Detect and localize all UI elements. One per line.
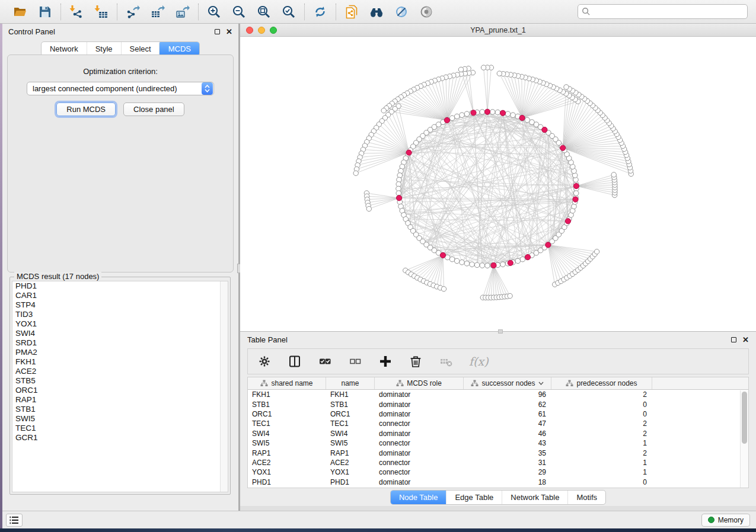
- table-row[interactable]: FKH1FKH1dominator962: [248, 390, 748, 399]
- network-node[interactable]: [474, 262, 480, 268]
- table-row[interactable]: PHD1PHD1dominator180: [248, 477, 748, 487]
- mcds-list-item[interactable]: RAP1: [12, 395, 228, 405]
- network-graph[interactable]: [240, 37, 756, 331]
- select-all-icon[interactable]: [318, 354, 332, 368]
- table-row[interactable]: TEC1TEC1connector472: [248, 419, 748, 428]
- mcds-dominator-node[interactable]: [573, 197, 578, 202]
- network-node[interactable]: [480, 110, 485, 115]
- mcds-dominator-node[interactable]: [406, 150, 412, 155]
- mcds-list-item[interactable]: STP4: [12, 300, 228, 310]
- close-panel-icon[interactable]: ✕: [742, 337, 749, 342]
- import-network-icon[interactable]: [68, 4, 85, 20]
- mcds-dominator-node[interactable]: [519, 115, 525, 120]
- network-node[interactable]: [594, 249, 599, 254]
- close-panel-button[interactable]: Close panel: [123, 102, 184, 116]
- mcds-list-item[interactable]: FKH1: [12, 357, 228, 367]
- add-column-icon[interactable]: [378, 354, 393, 368]
- network-node[interactable]: [485, 263, 490, 268]
- mcds-dominator-node[interactable]: [560, 145, 566, 150]
- show-columns-icon[interactable]: [288, 354, 302, 368]
- criterion-dropdown[interactable]: largest connected component (undirected): [27, 82, 214, 95]
- network-node[interactable]: [525, 117, 530, 123]
- mcds-dominator-node[interactable]: [440, 252, 445, 258]
- mcds-dominator-node[interactable]: [573, 183, 579, 188]
- float-window-icon[interactable]: [731, 337, 736, 342]
- network-node[interactable]: [611, 172, 616, 177]
- mcds-list-item[interactable]: PMA2: [12, 348, 228, 357]
- table-settings-gear-icon[interactable]: [257, 354, 272, 368]
- float-window-icon[interactable]: [215, 29, 220, 34]
- table-row[interactable]: SWI5SWI5connector431: [248, 438, 748, 448]
- network-node[interactable]: [381, 108, 386, 113]
- network-node[interactable]: [511, 113, 516, 118]
- mcds-dominator-node[interactable]: [484, 109, 490, 114]
- network-node[interactable]: [520, 257, 525, 262]
- mcds-list-item[interactable]: SWI5: [12, 414, 228, 424]
- network-node[interactable]: [460, 113, 465, 118]
- table-row[interactable]: SWI4SWI4dominator462: [248, 429, 748, 438]
- tab-style[interactable]: Style: [87, 42, 121, 56]
- table-row[interactable]: YOX1YOX1connector291: [248, 467, 748, 477]
- mcds-list-item[interactable]: GCR1: [12, 433, 228, 443]
- apply-layout-icon[interactable]: [312, 4, 328, 20]
- mcds-list-item[interactable]: SWI4: [12, 329, 228, 338]
- mcds-list-item[interactable]: CAR1: [12, 291, 228, 300]
- tab-select[interactable]: Select: [121, 42, 160, 56]
- table-row[interactable]: ORC1ORC1dominator610: [248, 409, 748, 419]
- tab-edge-table[interactable]: Edge Table: [446, 491, 502, 504]
- export-network-icon[interactable]: [125, 4, 141, 20]
- mcds-list-item[interactable]: SRD1: [12, 338, 228, 348]
- search-input[interactable]: [578, 4, 748, 19]
- network-node[interactable]: [454, 114, 460, 119]
- column-header-successor-nodes[interactable]: successor nodes: [464, 377, 551, 389]
- mcds-dominator-node[interactable]: [546, 242, 551, 248]
- memory-button[interactable]: Memory: [701, 514, 750, 527]
- network-view-canvas[interactable]: [240, 37, 756, 331]
- mcds-dominator-node[interactable]: [491, 262, 496, 268]
- table-row[interactable]: ACE2ACE2connector311: [248, 458, 748, 467]
- network-node[interactable]: [454, 258, 460, 264]
- tab-motifs[interactable]: Motifs: [567, 491, 605, 504]
- network-window-titlebar[interactable]: YPA_prune.txt_1: [240, 24, 756, 37]
- mcds-dominator-node[interactable]: [500, 110, 505, 116]
- network-node[interactable]: [505, 111, 511, 117]
- mcds-list-item[interactable]: STB5: [12, 376, 228, 386]
- mcds-list-scrollbar[interactable]: [220, 281, 228, 492]
- network-node[interactable]: [573, 191, 579, 196]
- export-table-icon[interactable]: [149, 4, 166, 20]
- mcds-dominator-node[interactable]: [542, 127, 547, 132]
- deselect-all-icon[interactable]: [348, 354, 362, 368]
- save-session-icon[interactable]: [37, 4, 53, 20]
- column-header-MCDS-role[interactable]: MCDS role: [375, 377, 464, 389]
- network-node[interactable]: [490, 110, 495, 115]
- mcds-list-item[interactable]: ORC1: [12, 386, 228, 395]
- network-node[interactable]: [481, 65, 486, 70]
- table-scrollbar-thumb[interactable]: [742, 392, 747, 444]
- network-node[interactable]: [515, 258, 521, 264]
- column-header-shared-name[interactable]: shared name: [248, 377, 326, 389]
- network-node[interactable]: [500, 262, 506, 267]
- network-node[interactable]: [460, 259, 465, 265]
- mcds-result-list[interactable]: PHD1CAR1STP4TID3YOX1SWI4SRD1PMA2FKH1ACE2…: [12, 281, 228, 492]
- network-node[interactable]: [464, 261, 470, 266]
- zoom-selected-icon[interactable]: [280, 4, 297, 20]
- network-node[interactable]: [458, 67, 463, 72]
- tab-node-table[interactable]: Node Table: [390, 490, 447, 505]
- task-history-icon[interactable]: [6, 514, 23, 527]
- mcds-dominator-node[interactable]: [444, 117, 449, 123]
- mcds-list-item[interactable]: PHD1: [12, 281, 228, 291]
- export-image-icon[interactable]: [174, 4, 191, 20]
- network-node[interactable]: [564, 85, 569, 89]
- zoom-in-icon[interactable]: [206, 4, 222, 20]
- mcds-list-item[interactable]: ACE2: [12, 367, 228, 376]
- mcds-list-item[interactable]: TEC1: [12, 424, 228, 433]
- horizontal-splitter-grip[interactable]: [498, 329, 503, 334]
- mcds-dominator-node[interactable]: [508, 260, 513, 265]
- column-header-predecessor-nodes[interactable]: predecessor nodes: [551, 377, 652, 389]
- import-table-icon[interactable]: [93, 4, 110, 20]
- show-preview-icon[interactable]: [418, 4, 435, 20]
- network-node[interactable]: [470, 262, 475, 267]
- hide-style-icon[interactable]: [393, 4, 410, 20]
- network-node[interactable]: [480, 263, 485, 268]
- network-node[interactable]: [441, 287, 446, 291]
